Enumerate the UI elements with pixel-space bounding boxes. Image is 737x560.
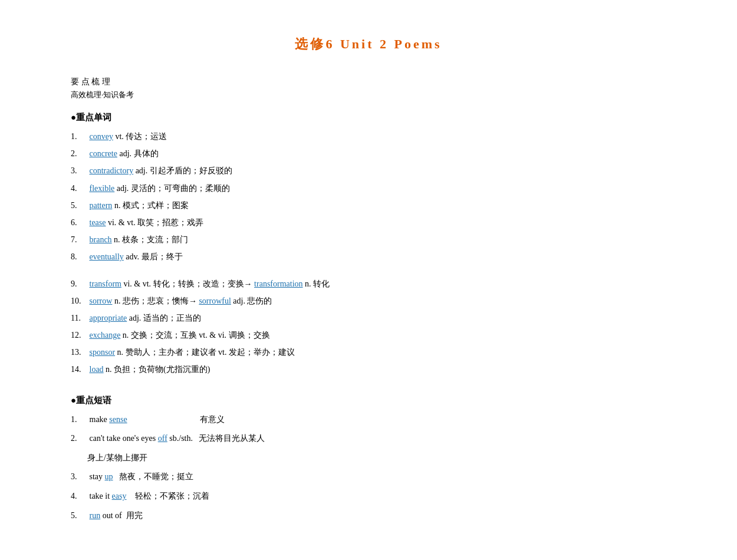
item-def: n. 赞助人；主办者；建议者 vt. 发起；举办；建议 [117, 348, 295, 357]
item-def: adj. 适当的；正当的 [129, 314, 201, 322]
phrase-word[interactable]: run [90, 511, 101, 520]
phrase-item: 3. stay up 熬夜，不睡觉；挺立 [71, 469, 666, 485]
section-header: 要 点 梳 理 [71, 77, 666, 87]
word-link[interactable]: concrete [90, 149, 117, 158]
word-link[interactable]: branch [90, 235, 112, 244]
indent-text: 身上/某物上挪开 [87, 453, 147, 462]
item-num: 14. [71, 362, 87, 377]
item-num: 9. [71, 276, 87, 291]
list-item: 12. exchange n. 交换；交流；互换 vt. & vi. 调换；交换 [71, 328, 666, 342]
item-num: 13. [71, 345, 87, 360]
item-num: 3. [71, 469, 87, 485]
section-subtitle: 高效梳理·知识备考 [71, 90, 666, 100]
phrase-word[interactable]: off [158, 434, 167, 443]
phrase-section: ●重点短语 1. make sense 有意义 2. can't take on… [71, 395, 666, 524]
item-def: vi. & vt. 取笑；招惹；戏弄 [108, 218, 203, 227]
word-link[interactable]: transform [90, 279, 121, 288]
item-def: adv. 最后；终于 [126, 252, 182, 261]
vocab-list-2: 9. transform vi. & vt. 转化；转换；改造；变换→ tran… [71, 276, 666, 377]
list-item: 4. flexible adj. 灵活的；可弯曲的；柔顺的 [71, 181, 666, 196]
item-def: adj. 具体的 [119, 149, 158, 158]
word-link[interactable]: appropriate [90, 314, 127, 322]
item-num: 1. [71, 412, 87, 428]
phrase-item: 2. can't take one's eyes off sb./sth. 无法… [71, 431, 666, 447]
word-link[interactable]: pattern [90, 201, 113, 210]
item-num: 2. [71, 146, 87, 161]
list-item: 8. eventually adv. 最后；终于 [71, 249, 666, 264]
item-num: 8. [71, 249, 87, 264]
list-item: 7. branch n. 枝条；支流；部门 [71, 232, 666, 247]
phrase-meaning: 有意义 [200, 415, 225, 424]
phrase-item: 4. take it easy 轻松；不紧张；沉着 [71, 489, 666, 505]
item-def: n. 枝条；支流；部门 [114, 235, 188, 244]
item-def: n. 悲伤；悲哀；懊悔→ [114, 297, 197, 305]
list-item: 5. pattern n. 模式；式样；图案 [71, 198, 666, 213]
phrase-word[interactable]: up [105, 472, 113, 481]
phrase-after: out of 用完 [103, 511, 143, 520]
phrase-before: take it [90, 492, 112, 500]
phrase-item: 1. make sense 有意义 [71, 412, 666, 428]
word-link[interactable]: flexible [90, 184, 115, 193]
item-def-2: adj. 悲伤的 [233, 297, 272, 305]
item-def: vi. & vt. 转化；转换；改造；变换→ [123, 279, 252, 288]
word-link[interactable]: contradictory [90, 166, 134, 175]
word-link[interactable]: exchange [90, 331, 121, 340]
list-item: 2. concrete adj. 具体的 [71, 146, 666, 161]
item-num: 11. [71, 311, 87, 325]
word-link-2[interactable]: sorrowful [199, 297, 231, 305]
list-item: 6. tease vi. & vt. 取笑；招惹；戏弄 [71, 215, 666, 230]
vocab-section: ●重点单词 1. convey vt. 传达；运送 2. concrete ad… [71, 112, 666, 377]
word-link[interactable]: sorrow [90, 297, 113, 305]
header1-text: 要 点 梳 理 [71, 77, 110, 86]
item-def: adj. 灵活的；可弯曲的；柔顺的 [117, 184, 230, 193]
word-link[interactable]: convey [90, 132, 113, 141]
word-link[interactable]: sponsor [90, 348, 116, 357]
phrase-before: stay [90, 472, 105, 481]
item-num: 2. [71, 431, 87, 447]
word-link[interactable]: eventually [90, 252, 124, 261]
vocab-section-title: ●重点单词 [71, 112, 666, 123]
item-def: vt. 传达；运送 [115, 132, 167, 141]
item-num: 10. [71, 294, 87, 308]
item-num: 5. [71, 508, 87, 524]
phrase-after: 熬夜，不睡觉；挺立 [115, 472, 193, 481]
phrase-word[interactable]: sense [109, 415, 127, 424]
word-link-2[interactable]: transformation [254, 279, 302, 288]
header2-text: 高效梳理·知识备考 [71, 90, 134, 99]
phrase-after: 轻松；不紧张；沉着 [129, 492, 209, 500]
item-num: 7. [71, 232, 87, 247]
word-link[interactable]: load [90, 365, 104, 374]
item-num: 4. [71, 489, 87, 505]
list-item: 10. sorrow n. 悲伤；悲哀；懊悔→ sorrowful adj. 悲… [71, 294, 666, 308]
page-title: 选修6 Unit 2 Poems [71, 35, 666, 53]
item-def: n. 负担；负荷物(尤指沉重的) [106, 365, 210, 374]
phrase-section-title: ●重点短语 [71, 395, 666, 406]
item-def-2: n. 转化 [305, 279, 330, 288]
list-item: 11. appropriate adj. 适当的；正当的 [71, 311, 666, 325]
phrase-item-indent: 身上/某物上挪开 [87, 450, 666, 466]
list-item: 14. load n. 负担；负荷物(尤指沉重的) [71, 362, 666, 377]
item-def: n. 交换；交流；互换 vt. & vi. 调换；交换 [123, 331, 270, 340]
list-item: 13. sponsor n. 赞助人；主办者；建议者 vt. 发起；举办；建议 [71, 345, 666, 360]
item-num: 1. [71, 129, 87, 144]
item-num: 4. [71, 181, 87, 196]
item-def: adj. 引起矛盾的；好反驳的 [136, 166, 232, 175]
phrase-word[interactable]: easy [112, 492, 127, 500]
list-item: 3. contradictory adj. 引起矛盾的；好反驳的 [71, 163, 666, 178]
list-item: 9. transform vi. & vt. 转化；转换；改造；变换→ tran… [71, 276, 666, 291]
list-item: 1. convey vt. 传达；运送 [71, 129, 666, 144]
item-num: 3. [71, 163, 87, 178]
phrase-item: 5. run out of 用完 [71, 508, 666, 524]
phrase-list: 1. make sense 有意义 2. can't take one's ey… [71, 412, 666, 524]
item-num: 12. [71, 328, 87, 342]
item-num: 5. [71, 198, 87, 213]
item-def: n. 模式；式样；图案 [114, 201, 189, 210]
word-link[interactable]: tease [90, 218, 106, 227]
phrase-before: make [90, 415, 110, 424]
vocab-list: 1. convey vt. 传达；运送 2. concrete adj. 具体的… [71, 129, 666, 265]
phrase-after: sb./sth. 无法将目光从某人 [169, 434, 265, 443]
phrase-before: can't take one's eyes [90, 434, 158, 443]
item-num: 6. [71, 215, 87, 230]
